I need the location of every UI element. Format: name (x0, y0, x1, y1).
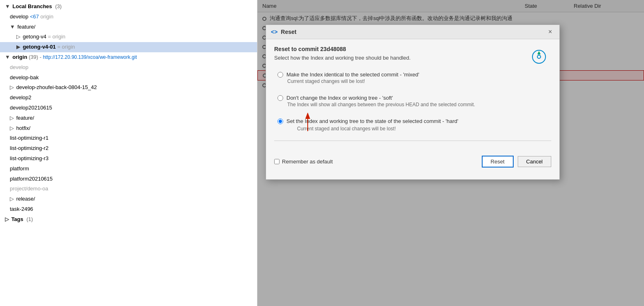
radio-group: Make the Index identical to the selected… (274, 69, 551, 134)
origin-platform[interactable]: platform (0, 164, 257, 174)
origin-platform20210615[interactable]: platform20210615 (0, 174, 257, 184)
modal-overlay: <> Reset × Reset to commit 23d48088 Sele… (257, 0, 644, 306)
left-panel: ▼ Local Branches (3) develop <67 origin … (0, 0, 257, 306)
origin-develop-zhoufei[interactable]: ▷ develop-zhoufei-back-0804-15_42 (0, 83, 257, 93)
branch-getong-v4[interactable]: ▷ getong-v4 = origin (0, 32, 257, 42)
radio-hard-desc: Current staged and local changes will be… (297, 126, 548, 132)
radio-label-soft[interactable]: Don't change the Index or working tree -… (277, 95, 548, 101)
modal-close-button[interactable]: × (546, 27, 555, 36)
modal-commit-title: Reset to commit 23d48088 (274, 46, 551, 52)
tags-label: Tags (11, 216, 23, 222)
remember-default-checkbox[interactable] (274, 159, 280, 164)
origin-feature[interactable]: ▷ feature/ (0, 113, 257, 123)
branch-getong-v4-01[interactable]: ▶ getong-v4-01 = origin (0, 42, 257, 52)
origin-develop[interactable]: develop (0, 63, 257, 73)
origin-header[interactable]: ▼ origin (39) - http://172.20.90.139/xco… (0, 52, 257, 63)
modal-body: Reset to commit 23d48088 Select how the … (266, 39, 559, 152)
expand-icon: ▼ (5, 54, 11, 60)
branch-name: getong-v4-01 (23, 44, 58, 50)
origin-ref: = origin (48, 34, 65, 40)
origin-develop20210615[interactable]: develop20210615 (0, 103, 257, 113)
branch-develop[interactable]: develop <67 origin (0, 12, 257, 22)
reset-icon: <> (271, 29, 277, 35)
radio-option-hard: Set the Index and working tree to the st… (274, 116, 551, 134)
svg-point-1 (537, 55, 541, 58)
reset-button[interactable]: Reset (482, 156, 514, 168)
radio-mixed-desc: Current staged changes will be lost! (287, 78, 548, 84)
right-panel: Name State Relative Dir 沟通查询sql:为了适应多数据库… (257, 0, 644, 306)
origin-list-r2[interactable]: list-optimizing-r2 (0, 143, 257, 154)
branch-name: feature/ (17, 24, 35, 30)
expand-icon: ▼ (5, 3, 10, 9)
modal-title-text: Reset (281, 29, 296, 35)
remember-default-label[interactable]: Remember as default (274, 159, 478, 165)
tags-count: (1) (27, 216, 33, 222)
radio-option-soft: Don't change the Index or working tree -… (274, 92, 551, 110)
branch-feature-folder[interactable]: ▼ feature/ (0, 22, 257, 32)
origin-label: origin (12, 54, 29, 60)
radio-label-mixed[interactable]: Make the Index identical to the selected… (277, 71, 548, 78)
develop-badge: <67 (30, 13, 40, 20)
arrow-svg (295, 113, 328, 133)
radio-hard[interactable] (277, 118, 283, 124)
modal-separator (274, 141, 551, 141)
arrow-container: Current staged and local changes will be… (287, 125, 548, 132)
expand-icon: ▼ (10, 24, 16, 30)
git-icon-decoration (531, 49, 547, 66)
origin-hotfix[interactable]: ▷ hotfix/ (0, 123, 257, 134)
origin-count: (39) - (29, 54, 43, 60)
local-branches-count: (3) (55, 3, 62, 9)
expand-icon: ▷ (5, 216, 11, 222)
expand-icon: ▶ (16, 44, 22, 50)
origin-task-2496[interactable]: task-2496 (0, 204, 257, 214)
radio-option-mixed: Make the Index identical to the selected… (274, 69, 551, 87)
remember-label-text: Remember as default (282, 159, 333, 165)
origin-release[interactable]: ▷ release/ (0, 194, 257, 204)
radio-mixed[interactable] (277, 72, 283, 78)
origin-develop2[interactable]: develop2 (0, 93, 257, 103)
develop-origin: origin (40, 13, 54, 20)
radio-soft-desc: The Index will show all changes between … (287, 102, 548, 107)
cancel-button[interactable]: Cancel (518, 156, 551, 167)
local-branches-header[interactable]: ▼ Local Branches (3) (0, 2, 257, 12)
expand-icon: ▷ (16, 34, 22, 40)
modal-title-left: <> Reset (271, 29, 297, 35)
origin-project-demo-oa[interactable]: project/demo-oa (0, 184, 257, 194)
modal-subtitle: Select how the Index and working tree sh… (274, 55, 551, 61)
branch-name: develop (10, 13, 30, 20)
local-branches-label: Local Branches (13, 3, 52, 9)
branch-name: getong-v4 (23, 34, 48, 40)
radio-soft[interactable] (277, 95, 283, 101)
origin-url: http://172.20.90.139/xcoa/we-framework.g… (43, 54, 137, 60)
radio-soft-text: Don't change the Index or working tree -… (286, 95, 393, 101)
modal-titlebar: <> Reset × (266, 25, 559, 39)
origin-ref: = origin (57, 44, 75, 50)
origin-develop-bak[interactable]: develop-bak (0, 73, 257, 83)
tags-header[interactable]: ▷ Tags (1) (0, 214, 257, 225)
origin-list-r1[interactable]: list-optimizing-r1 (0, 133, 257, 143)
origin-list-r3[interactable]: list-optimizing-r3 (0, 154, 257, 164)
reset-modal: <> Reset × Reset to commit 23d48088 Sele… (266, 25, 560, 180)
modal-footer: Remember as default Reset Cancel (266, 152, 559, 172)
radio-mixed-text: Make the Index identical to the selected… (286, 71, 419, 78)
